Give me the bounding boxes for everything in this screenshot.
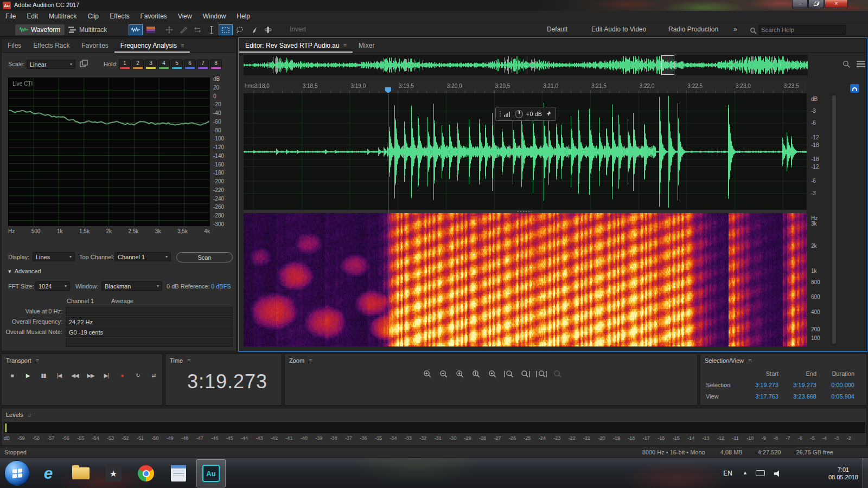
panel-menu-icon[interactable]: ≡: [748, 357, 751, 364]
zoom-in-time-button[interactable]: [420, 368, 435, 380]
play-button[interactable]: ▶: [21, 369, 35, 381]
menu-item[interactable]: Favorites: [135, 12, 173, 20]
fast-forward-button[interactable]: ▶▶: [84, 369, 98, 381]
language-indicator[interactable]: EN: [723, 470, 732, 477]
tab-favorites[interactable]: Favorites: [75, 38, 114, 53]
menu-item[interactable]: Multitrack: [43, 12, 82, 20]
scrollbar-thumb[interactable]: [832, 95, 836, 344]
hold-button-5[interactable]: 5: [171, 59, 183, 69]
spot-healing-brush-tool-icon[interactable]: [261, 25, 275, 35]
selection-duration-value[interactable]: 0:00.000: [816, 382, 854, 388]
close-button[interactable]: ×: [825, 0, 848, 8]
hud-db-value[interactable]: +0 dB: [526, 111, 542, 117]
menu-item[interactable]: Effects: [104, 12, 135, 20]
show-spectral-icon[interactable]: [144, 25, 157, 35]
monitor-headphone-icon[interactable]: [850, 84, 859, 93]
skip-selection-button[interactable]: ⇄: [146, 369, 161, 381]
waveform-view-button[interactable]: Waveform: [15, 24, 65, 35]
panel-menu-icon[interactable]: ≡: [343, 42, 347, 49]
record-button[interactable]: ●: [115, 369, 129, 381]
tab-editor[interactable]: Editor: Rev Saved RTP Audio.au≡: [239, 38, 353, 53]
tab-files[interactable]: Files: [2, 38, 27, 53]
panel-menu-icon[interactable]: ≡: [309, 357, 312, 364]
workspace-radio-production-button[interactable]: Radio Production: [668, 25, 718, 33]
db-reference-value[interactable]: 0 dBFS: [211, 283, 231, 290]
view-end-value[interactable]: 3:23.668: [778, 393, 816, 400]
workspace-default-button[interactable]: Default: [547, 25, 567, 33]
hold-button-1[interactable]: 1: [119, 59, 131, 69]
hold-button-8[interactable]: 8: [210, 59, 222, 69]
hold-button-2[interactable]: 2: [132, 59, 144, 69]
copy-graph-icon[interactable]: [80, 60, 88, 70]
tab-effects-rack[interactable]: Effects Rack: [27, 38, 75, 53]
pause-button[interactable]: ▮▮: [36, 369, 50, 381]
volume-knob[interactable]: [515, 110, 523, 118]
search-help-input[interactable]: [758, 25, 846, 35]
tray-volume-icon[interactable]: [774, 470, 781, 477]
zoom-out-full-button[interactable]: [486, 368, 500, 380]
zoom-reset-button[interactable]: [551, 368, 565, 380]
pin-icon[interactable]: [545, 111, 552, 117]
skip-to-start-button[interactable]: |◀: [52, 369, 66, 381]
fft-size-dropdown[interactable]: 1024▾: [35, 281, 70, 291]
panel-menu-icon[interactable]: ≡: [181, 42, 184, 49]
taskbar-file-explorer[interactable]: [66, 459, 95, 487]
frequency-graph[interactable]: [8, 78, 210, 226]
hold-button-4[interactable]: 4: [158, 59, 170, 69]
menu-item[interactable]: Edit: [21, 12, 43, 20]
skip-to-end-button[interactable]: ▶|: [99, 369, 113, 381]
scan-button[interactable]: Scan: [176, 252, 233, 262]
zoom-to-out-point-button[interactable]: [518, 368, 532, 380]
stop-button[interactable]: ■: [5, 369, 19, 381]
overview-zoom-icon[interactable]: [843, 60, 851, 70]
start-button[interactable]: [4, 460, 30, 486]
selection-start-value[interactable]: 3:19.273: [741, 382, 778, 388]
taskbar-chrome[interactable]: [131, 459, 161, 487]
show-waveform-icon[interactable]: [129, 25, 142, 35]
hud-grip-icon[interactable]: [500, 111, 501, 117]
menu-item[interactable]: Help: [231, 12, 256, 20]
menu-item[interactable]: File: [0, 12, 21, 20]
zoom-to-selection-button[interactable]: [534, 368, 548, 380]
time-display[interactable]: 3:19.273: [187, 370, 267, 393]
zoom-out-amplitude-button[interactable]: [469, 368, 483, 380]
zoom-in-amplitude-button[interactable]: [453, 368, 467, 380]
zoom-to-in-point-button[interactable]: [502, 368, 516, 380]
hold-button-3[interactable]: 3: [145, 59, 157, 69]
loop-playback-button[interactable]: ↻: [131, 369, 145, 381]
time-selection-tool-icon[interactable]: [205, 25, 218, 35]
panel-menu-icon[interactable]: ≡: [28, 412, 31, 418]
rewind-button[interactable]: ◀◀: [68, 369, 82, 381]
marquee-selection-tool-icon[interactable]: [219, 25, 232, 35]
volume-hud[interactable]: +0 dB: [495, 107, 556, 121]
timeline-ruler[interactable]: 3:18,03:18,53:19,03:19,53:20,03:20,53:21…: [244, 81, 807, 94]
overview-waveform[interactable]: [244, 55, 808, 75]
minimize-button[interactable]: –: [792, 0, 808, 8]
taskbar-notes-app[interactable]: [164, 459, 193, 487]
lasso-selection-tool-icon[interactable]: [233, 25, 246, 35]
panel-menu-icon[interactable]: ≡: [36, 357, 39, 364]
display-settings-icon[interactable]: [857, 60, 865, 70]
selection-end-value[interactable]: 3:19.273: [778, 382, 816, 388]
show-desktop-button[interactable]: [863, 458, 868, 488]
paintbrush-selection-tool-icon[interactable]: [247, 25, 260, 35]
menu-item[interactable]: View: [173, 12, 197, 20]
level-meter[interactable]: [4, 422, 865, 433]
menu-item[interactable]: Window: [197, 12, 232, 20]
menu-item[interactable]: Clip: [82, 12, 104, 20]
window-dropdown[interactable]: Blackman▾: [101, 281, 162, 291]
scale-dropdown[interactable]: Linear▾: [27, 60, 75, 69]
panel-menu-icon[interactable]: ≡: [187, 357, 190, 364]
display-dropdown[interactable]: Lines▾: [33, 252, 75, 261]
zoom-out-time-button[interactable]: [437, 368, 451, 380]
tray-keyboard-icon[interactable]: [756, 470, 765, 476]
workspace-edit-audio-to-video-button[interactable]: Edit Audio to Video: [591, 25, 646, 33]
vertical-scrollbar[interactable]: [832, 94, 837, 346]
playhead-line[interactable]: [388, 94, 388, 346]
razor-tool-icon[interactable]: [177, 25, 190, 35]
top-channel-dropdown[interactable]: Channel 1▾: [114, 252, 171, 261]
tab-frequency-analysis[interactable]: Frequency Analysis≡: [114, 38, 190, 53]
multitrack-view-button[interactable]: Multitrack: [64, 24, 111, 35]
spectrogram-display[interactable]: [244, 213, 807, 346]
restore-button[interactable]: [808, 0, 824, 8]
